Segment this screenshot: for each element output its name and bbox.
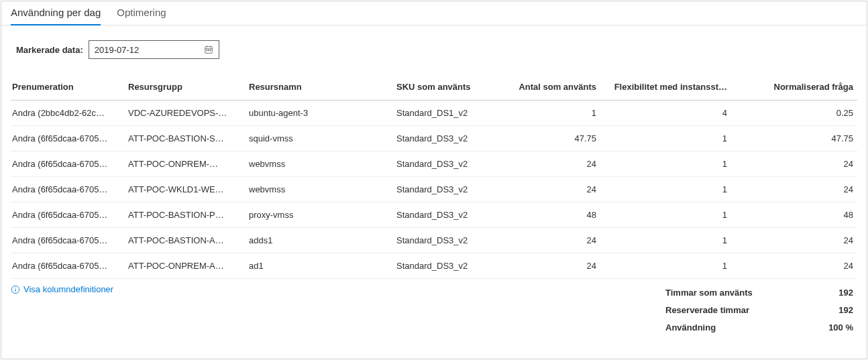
svg-rect-6 xyxy=(209,50,211,51)
cell-normalized: 24 xyxy=(735,159,857,169)
table-row[interactable]: Andra (6f65dcaa-6705…ATT-POC-BASTION-A…a… xyxy=(11,228,857,253)
summary-block: Timmar som använts 192 Reserverade timma… xyxy=(665,284,853,337)
table-row[interactable]: Andra (2bbc4db2-62c…VDC-AZUREDEVOPS-…ubu… xyxy=(11,101,857,126)
table-row[interactable]: Andra (6f65dcaa-6705…ATT-POC-ONPREM-…web… xyxy=(11,152,857,177)
cell-resource-group: ATT-POC-BASTION-S… xyxy=(128,133,249,143)
cell-normalized: 0.25 xyxy=(735,108,857,118)
cell-resource-name: proxy-vmss xyxy=(249,210,396,220)
tabs-bar: Användning per dag Optimering xyxy=(1,1,867,25)
cell-amount: 47.75 xyxy=(490,133,604,143)
table-row[interactable]: Andra (6f65dcaa-6705…ATT-POC-BASTION-S…s… xyxy=(11,126,857,152)
svg-rect-5 xyxy=(208,50,209,51)
svg-rect-4 xyxy=(206,50,207,51)
cell-resource-group: ATT-POC-WKLD1-WE… xyxy=(128,184,249,194)
summary-reserved-hours: Reserverade timmar 192 xyxy=(665,302,853,319)
summary-reserved-hours-value: 192 xyxy=(820,302,853,319)
summary-used-hours-label: Timmar som använts xyxy=(665,284,793,302)
col-sku-used[interactable]: SKU som använts xyxy=(396,82,490,92)
calendar-icon xyxy=(204,45,213,54)
summary-used-hours-value: 192 xyxy=(820,284,853,302)
cell-subscription: Andra (2bbc4db2-62c… xyxy=(11,108,128,118)
cell-sku: Standard_DS3_v2 xyxy=(396,210,490,220)
cell-amount: 24 xyxy=(490,235,604,245)
cell-resource-name: webvmss xyxy=(249,184,396,194)
cell-resource-group: ATT-POC-BASTION-P… xyxy=(128,210,249,220)
cell-sku: Standard_DS1_v2 xyxy=(396,108,490,118)
cell-normalized: 24 xyxy=(735,235,857,245)
reservation-usage-panel: Användning per dag Optimering Markerade … xyxy=(1,1,867,359)
summary-usage-value: 100 % xyxy=(820,319,853,337)
cell-amount: 24 xyxy=(490,184,604,194)
cell-amount: 24 xyxy=(490,159,604,169)
cell-sku: Standard_DS3_v2 xyxy=(396,159,490,169)
table-header-row: Prenumeration Resursgrupp Resursnamn SKU… xyxy=(11,74,857,101)
cell-flexibility: 1 xyxy=(604,235,735,245)
cell-sku: Standard_DS3_v2 xyxy=(396,261,490,271)
col-instance-flexibility[interactable]: Flexibilitet med instansst… xyxy=(604,82,735,92)
cell-flexibility: 1 xyxy=(604,159,735,169)
cell-resource-group: VDC-AZUREDEVOPS-… xyxy=(128,108,249,118)
info-icon xyxy=(11,285,20,294)
view-column-definitions-link[interactable]: Visa kolumndefinitioner xyxy=(11,284,113,294)
cell-flexibility: 1 xyxy=(604,261,735,271)
cell-resource-name: webvmss xyxy=(249,159,396,169)
cell-subscription: Andra (6f65dcaa-6705… xyxy=(11,235,128,245)
cell-sku: Standard_DS3_v2 xyxy=(396,235,490,245)
filter-row: Markerade data: 2019-07-12 xyxy=(1,25,867,74)
col-resource-group[interactable]: Resursgrupp xyxy=(128,82,249,92)
col-subscription[interactable]: Prenumeration xyxy=(11,82,128,92)
summary-reserved-hours-label: Reserverade timmar xyxy=(665,302,793,319)
cell-amount: 48 xyxy=(490,210,604,220)
table-row[interactable]: Andra (6f65dcaa-6705…ATT-POC-BASTION-P…p… xyxy=(11,202,857,228)
cell-amount: 24 xyxy=(490,261,604,271)
cell-resource-name: ubuntu-agent-3 xyxy=(249,108,396,118)
cell-resource-name: ad1 xyxy=(249,261,396,271)
cell-sku: Standard_DS3_v2 xyxy=(396,133,490,143)
date-picker[interactable]: 2019-07-12 xyxy=(89,40,219,59)
cell-resource-name: adds1 xyxy=(249,235,396,245)
cell-flexibility: 1 xyxy=(604,210,735,220)
filter-label: Markerade data: xyxy=(16,45,83,55)
usage-table: Prenumeration Resursgrupp Resursnamn SKU… xyxy=(1,74,867,279)
col-normalized-ask[interactable]: Normaliserad fråga xyxy=(735,82,857,92)
cell-sku: Standard_DS3_v2 xyxy=(396,184,490,194)
date-value: 2019-07-12 xyxy=(95,45,140,55)
tab-usage-per-day[interactable]: Användning per dag xyxy=(11,1,101,25)
cell-subscription: Andra (6f65dcaa-6705… xyxy=(11,159,128,169)
summary-usage-label: Användning xyxy=(665,319,793,337)
cell-resource-group: ATT-POC-ONPREM-A… xyxy=(128,261,249,271)
cell-resource-group: ATT-POC-BASTION-A… xyxy=(128,235,249,245)
footer-link-text: Visa kolumndefinitioner xyxy=(23,284,113,294)
cell-subscription: Andra (6f65dcaa-6705… xyxy=(11,133,128,143)
tab-optimization[interactable]: Optimering xyxy=(117,1,166,25)
cell-subscription: Andra (6f65dcaa-6705… xyxy=(11,184,128,194)
col-amount-used[interactable]: Antal som använts xyxy=(490,82,604,92)
cell-resource-name: squid-vmss xyxy=(249,133,396,143)
summary-usage: Användning 100 % xyxy=(665,319,853,337)
cell-normalized: 48 xyxy=(735,210,857,220)
table-row[interactable]: Andra (6f65dcaa-6705…ATT-POC-WKLD1-WE…we… xyxy=(11,177,857,202)
cell-amount: 1 xyxy=(490,108,604,118)
cell-flexibility: 1 xyxy=(604,133,735,143)
cell-flexibility: 1 xyxy=(604,184,735,194)
col-resource-name[interactable]: Resursnamn xyxy=(249,82,396,92)
table-row[interactable]: Andra (6f65dcaa-6705…ATT-POC-ONPREM-A…ad… xyxy=(11,253,857,279)
cell-normalized: 24 xyxy=(735,184,857,194)
footer-row: Visa kolumndefinitioner Timmar som använ… xyxy=(1,279,867,337)
cell-normalized: 24 xyxy=(735,261,857,271)
summary-used-hours: Timmar som använts 192 xyxy=(665,284,853,302)
cell-resource-group: ATT-POC-ONPREM-… xyxy=(128,159,249,169)
cell-flexibility: 4 xyxy=(604,108,735,118)
cell-normalized: 47.75 xyxy=(735,133,857,143)
svg-point-8 xyxy=(15,287,15,288)
cell-subscription: Andra (6f65dcaa-6705… xyxy=(11,210,128,220)
cell-subscription: Andra (6f65dcaa-6705… xyxy=(11,261,128,271)
